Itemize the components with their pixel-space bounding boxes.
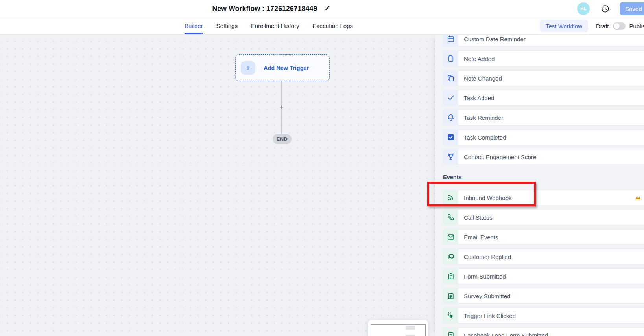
clipboard-icon xyxy=(443,269,458,284)
trigger-item-label: Trigger Link Clicked xyxy=(464,312,516,319)
history-clock-icon[interactable] xyxy=(601,4,609,13)
plus-icon: + xyxy=(241,61,255,75)
trigger-item-label: Inbound Webhook xyxy=(464,195,512,201)
trigger-item-inbound-webhook[interactable]: Inbound Webhook xyxy=(443,190,644,206)
trigger-item-form-submitted[interactable]: Form Submitted xyxy=(443,268,644,284)
bell-icon xyxy=(443,110,458,125)
trigger-item-task-added[interactable]: Task Added xyxy=(443,90,644,106)
user-avatar[interactable]: RL xyxy=(577,2,590,15)
trigger-sidebar: Custom Date ReminderNote AddedNote Chang… xyxy=(435,35,644,336)
tab-enrollment-history[interactable]: Enrollment History xyxy=(251,17,299,34)
saved-button[interactable]: Saved xyxy=(620,2,644,15)
add-new-trigger-button[interactable]: + Add New Trigger xyxy=(235,54,330,81)
trigger-item-label: Customer Replied xyxy=(464,253,511,260)
trigger-item-note-added[interactable]: Note Added xyxy=(443,51,644,66)
trigger-item-trigger-link-clicked[interactable]: Trigger Link Clicked xyxy=(443,308,644,323)
trophy-icon xyxy=(443,149,458,164)
copy-icon xyxy=(443,71,458,86)
trigger-list: Custom Date ReminderNote AddedNote Chang… xyxy=(443,31,644,336)
workflow-builder-app: + Add New Trigger + END Custom Date Remi… xyxy=(0,0,644,336)
trigger-item-label: Form Submitted xyxy=(464,273,506,280)
webhook-icon xyxy=(443,190,458,205)
cursor-click-icon xyxy=(443,308,458,323)
workflow-title: New Workflow : 1726126718449 xyxy=(212,5,317,13)
trigger-item-label: Note Added xyxy=(464,55,495,62)
minimap-node xyxy=(406,326,415,330)
trigger-item-survey-submitted[interactable]: Survey Submitted xyxy=(443,288,644,304)
trigger-item-email-events[interactable]: Email Events xyxy=(443,229,644,245)
trigger-item-label: Survey Submitted xyxy=(464,293,510,299)
end-node: END xyxy=(273,134,292,144)
trigger-item-label: Custom Date Reminder xyxy=(464,36,526,42)
trigger-item-label: Task Completed xyxy=(464,134,506,141)
trigger-item-label: Call Status xyxy=(464,214,493,221)
trigger-item-label: Note Changed xyxy=(464,75,502,82)
mail-icon xyxy=(443,230,458,244)
trigger-item-call-status[interactable]: Call Status xyxy=(443,209,644,225)
trigger-item-label: Facebook Lead Form Submitted xyxy=(464,332,548,336)
clipboard-icon xyxy=(443,328,458,336)
trigger-item-task-completed[interactable]: Task Completed xyxy=(443,129,644,145)
phone-icon xyxy=(443,210,458,225)
check-square-icon xyxy=(443,130,458,145)
trigger-item-label: Contact Engagement Score xyxy=(464,154,536,160)
add-step-plus-icon[interactable]: + xyxy=(280,103,284,111)
trigger-item-note-changed[interactable]: Note Changed xyxy=(443,70,644,86)
clipboard-icon xyxy=(443,288,458,303)
section-title-events: Events xyxy=(443,174,644,181)
chat-icon xyxy=(443,249,458,264)
trigger-item-task-reminder[interactable]: Task Reminder xyxy=(443,110,644,125)
minimap[interactable] xyxy=(368,320,428,336)
tab-bar: BuilderSettingsEnrollment HistoryExecuti… xyxy=(0,17,644,35)
publish-toggle[interactable] xyxy=(613,22,626,30)
tab-builder[interactable]: Builder xyxy=(185,17,203,34)
app-header: New Workflow : 1726126718449 RL Saved xyxy=(0,0,644,17)
trigger-item-contact-engagement-score[interactable]: Contact Engagement Score xyxy=(443,149,644,165)
tab-settings[interactable]: Settings xyxy=(216,17,238,34)
add-new-trigger-label: Add New Trigger xyxy=(264,65,309,71)
check-icon xyxy=(443,90,458,105)
note-icon xyxy=(443,51,458,66)
trigger-item-label: Task Added xyxy=(464,95,495,101)
toggle-knob xyxy=(614,23,620,29)
crown-icon xyxy=(635,195,641,201)
trigger-item-facebook-lead-form-submitted[interactable]: Facebook Lead Form Submitted xyxy=(443,327,644,336)
trigger-item-customer-replied[interactable]: Customer Replied xyxy=(443,249,644,264)
trigger-item-label: Email Events xyxy=(464,234,498,241)
test-workflow-button[interactable]: Test Workflow xyxy=(540,20,588,32)
trigger-item-label: Task Reminder xyxy=(464,114,503,121)
pencil-icon[interactable] xyxy=(324,6,330,12)
publish-label: Publish xyxy=(629,23,644,29)
minimap-viewport xyxy=(371,324,426,336)
tab-execution-logs[interactable]: Execution Logs xyxy=(312,17,353,34)
draft-label: Draft xyxy=(596,23,609,29)
